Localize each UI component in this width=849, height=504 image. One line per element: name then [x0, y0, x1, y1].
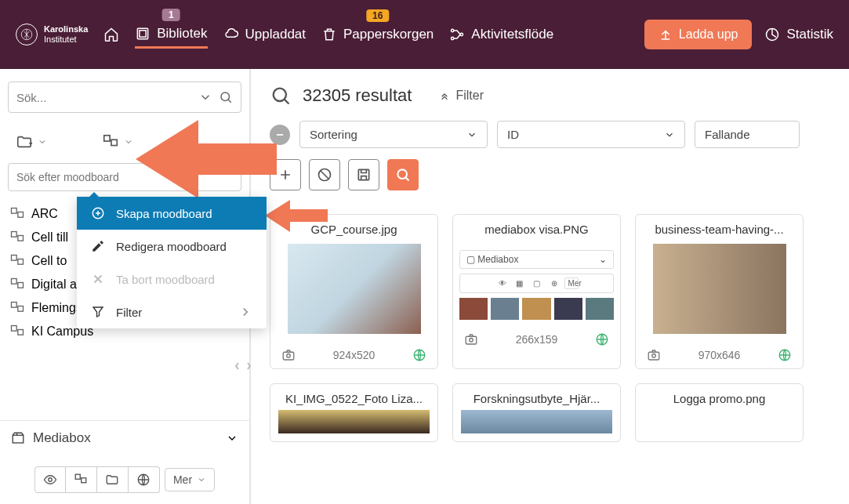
dropdown-delete-moodboard: Ta bort moodboard	[77, 263, 267, 296]
result-count: 32305 resultat	[303, 85, 412, 106]
moodboard-icon	[9, 230, 25, 245]
moodboard-icon	[9, 277, 25, 292]
moodboard-search-input[interactable]	[16, 171, 233, 183]
svg-rect-37	[648, 352, 659, 360]
svg-rect-11	[18, 212, 24, 218]
search-icon	[395, 167, 411, 183]
nav-uppladdat[interactable]: Uppladdat	[223, 22, 307, 47]
svg-rect-2	[140, 30, 146, 36]
chevron-up-double-icon	[438, 89, 451, 102]
nav-bibliotek[interactable]: 1 Bibliotek	[135, 21, 207, 49]
results-grid: GCP_course.jpg 924x520 mediabox visa.PNG…	[270, 214, 830, 442]
chevron-down-icon	[124, 137, 133, 147]
svg-rect-25	[82, 478, 86, 483]
folder-plus-icon	[16, 133, 33, 150]
dropdown-filter[interactable]: Filter	[77, 296, 267, 328]
chevron-down-icon	[38, 137, 47, 147]
moodboard-tool-button[interactable]	[102, 133, 133, 150]
block-button[interactable]	[309, 159, 340, 190]
search-icon	[270, 85, 292, 107]
search-input[interactable]	[16, 91, 192, 104]
svg-rect-13	[18, 236, 24, 241]
svg-rect-14	[12, 256, 17, 261]
folder-tool-button[interactable]	[16, 133, 47, 150]
order-select[interactable]: Fallande	[695, 121, 800, 148]
view-controls: Mer	[0, 455, 249, 504]
nav-aktivitetsflode-label: Aktivitetsflöde	[471, 27, 553, 42]
chevron-down-icon[interactable]	[226, 432, 238, 444]
view-folder-button[interactable]	[97, 466, 129, 493]
moodboard-search-box[interactable]	[8, 163, 241, 191]
asset-card[interactable]: Forskningsutbyte_Hjär...	[452, 383, 621, 442]
block-icon	[317, 167, 332, 183]
cloud-icon	[223, 27, 239, 42]
globe-icon	[595, 332, 609, 346]
close-icon	[91, 272, 105, 286]
dropdown-edit-moodboard[interactable]: Redigera moodboard	[77, 230, 267, 263]
brand-logo[interactable]: Karolinska Institutet	[16, 24, 88, 45]
svg-rect-19	[18, 306, 24, 312]
svg-rect-20	[12, 326, 17, 332]
brand-text: Karolinska Institutet	[44, 24, 88, 45]
globe-icon	[778, 348, 792, 362]
sort-select[interactable]: Sortering	[299, 121, 488, 148]
upload-button[interactable]: Ladda upp	[644, 20, 753, 49]
nav-uppladdat-label: Uppladdat	[245, 27, 307, 42]
id-select[interactable]: ID	[497, 121, 685, 148]
moodboard-dropdown: Skapa moodboard Redigera moodboard Ta bo…	[77, 197, 267, 328]
camera-icon	[464, 332, 478, 346]
moodboard-icon	[9, 206, 25, 222]
save-icon	[356, 167, 372, 183]
asset-title: GCP_course.jpg	[270, 215, 437, 244]
home-icon	[103, 27, 119, 42]
asset-thumbnail: ▢ Mediabox⌄ 👁▦▢⊕Mer	[453, 244, 620, 326]
nav-home[interactable]	[103, 22, 119, 47]
svg-point-30	[397, 169, 407, 179]
asset-title: KI_IMG_0522_Foto Liza...	[285, 392, 423, 405]
svg-rect-9	[111, 140, 117, 145]
svg-point-3	[452, 29, 454, 31]
asset-card[interactable]: KI_IMG_0522_Foto Liza...	[270, 383, 438, 442]
resize-handle[interactable]	[235, 361, 251, 375]
view-eye-button[interactable]	[34, 466, 66, 493]
asset-card[interactable]: business-team-having-... 970x646	[635, 214, 804, 369]
plus-circle-icon	[91, 206, 105, 220]
dropdown-create-moodboard[interactable]: Skapa moodboard	[77, 197, 267, 230]
asset-title: Logga promo.png	[673, 392, 766, 405]
filter-toggle[interactable]: Filter	[438, 89, 484, 103]
search-box[interactable]	[8, 82, 241, 113]
save-button[interactable]	[348, 159, 379, 190]
nav-papperskorgen[interactable]: 16 Papperskorgen	[321, 22, 434, 47]
upload-label: Ladda upp	[679, 27, 738, 42]
asset-thumbnail	[288, 244, 421, 334]
plus-icon	[278, 167, 293, 183]
svg-rect-22	[13, 435, 24, 443]
moodboard-icon	[9, 300, 25, 316]
asset-card[interactable]: mediabox visa.PNG ▢ Mediabox⌄ 👁▦▢⊕Mer 26…	[452, 214, 621, 369]
mediabox-section[interactable]: Mediabox	[0, 420, 249, 455]
view-globe-button[interactable]	[129, 466, 160, 493]
trash-icon	[321, 27, 337, 42]
asset-card[interactable]: GCP_course.jpg 924x520	[270, 214, 438, 369]
remove-filter-button[interactable]	[270, 125, 290, 145]
svg-point-4	[452, 37, 454, 39]
asset-card[interactable]: Logga promo.png	[635, 383, 804, 442]
chevron-right-icon	[238, 305, 252, 319]
add-button[interactable]	[270, 159, 301, 190]
moodboard-icon	[9, 253, 25, 269]
more-button[interactable]: Mer	[165, 468, 215, 491]
nav-aktivitetsflode[interactable]: Aktivitetsflöde	[449, 22, 553, 47]
search-icon[interactable]	[219, 90, 233, 104]
svg-rect-12	[12, 232, 17, 237]
chevron-down-icon[interactable]	[198, 90, 212, 104]
nav-statistik-label: Statistik	[786, 27, 833, 42]
nav-papperskorgen-label: Papperskorgen	[343, 27, 434, 42]
svg-point-35	[470, 339, 473, 343]
asset-title: mediabox visa.PNG	[453, 215, 620, 244]
svg-point-23	[49, 478, 53, 482]
nav-statistik[interactable]: Statistik	[764, 22, 833, 47]
search-action-button[interactable]	[387, 159, 419, 190]
eye-icon	[43, 473, 57, 487]
svg-rect-34	[466, 336, 477, 344]
view-grid-button[interactable]	[66, 466, 97, 493]
